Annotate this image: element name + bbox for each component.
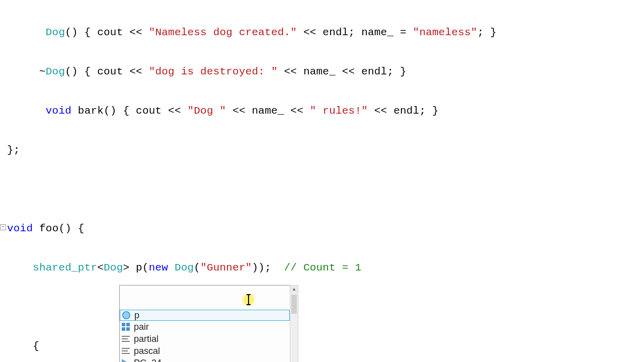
autocomplete-popup[interactable]: ▲ ▼ ppairpartialpascalPC_24PC_53 [119, 285, 290, 362]
code-editor[interactable]: Dog() { cout << "Nameless dog created." … [0, 0, 644, 362]
autocomplete-item[interactable]: pascal [120, 345, 290, 357]
code-line[interactable]: void bark() { cout << "Dog " << name_ <<… [7, 105, 644, 118]
scroll-up-button[interactable]: ▲ [290, 286, 298, 294]
code-line[interactable]: shared_ptr<Dog> p(new Dog("Gunner")); //… [7, 261, 644, 275]
snippet-icon [122, 335, 130, 343]
code-line[interactable] [7, 183, 644, 196]
scroll-thumb[interactable] [291, 295, 297, 314]
code-line[interactable] [7, 301, 644, 314]
autocomplete-item-label: p [134, 309, 139, 321]
code-line[interactable]: }; [7, 144, 644, 157]
snippet-icon [122, 347, 130, 355]
code-line[interactable]: ~Dog() { cout << "dog is destroyed: " <<… [7, 65, 644, 78]
fold-toggle[interactable]: − [0, 224, 6, 230]
autocomplete-item-label: partial [134, 333, 158, 345]
code-line[interactable]: −void foo() { [7, 222, 644, 235]
autocomplete-item[interactable]: partial [120, 333, 290, 345]
variable-icon [122, 311, 130, 319]
autocomplete-scrollbar[interactable]: ▲ ▼ [290, 285, 298, 362]
autocomplete-item[interactable]: p [120, 310, 290, 321]
autocomplete-item-label: pascal [134, 345, 160, 357]
autocomplete-item[interactable]: pair [120, 321, 290, 333]
code-line[interactable]: { [7, 340, 644, 353]
autocomplete-item[interactable]: PC_24 [120, 357, 290, 362]
code-line[interactable]: Dog() { cout << "Nameless dog created." … [7, 26, 644, 39]
struct-icon [122, 323, 130, 331]
autocomplete-item-label: pair [134, 321, 149, 333]
macro-icon [122, 359, 129, 362]
autocomplete-item-label: PC_24 [134, 357, 162, 362]
